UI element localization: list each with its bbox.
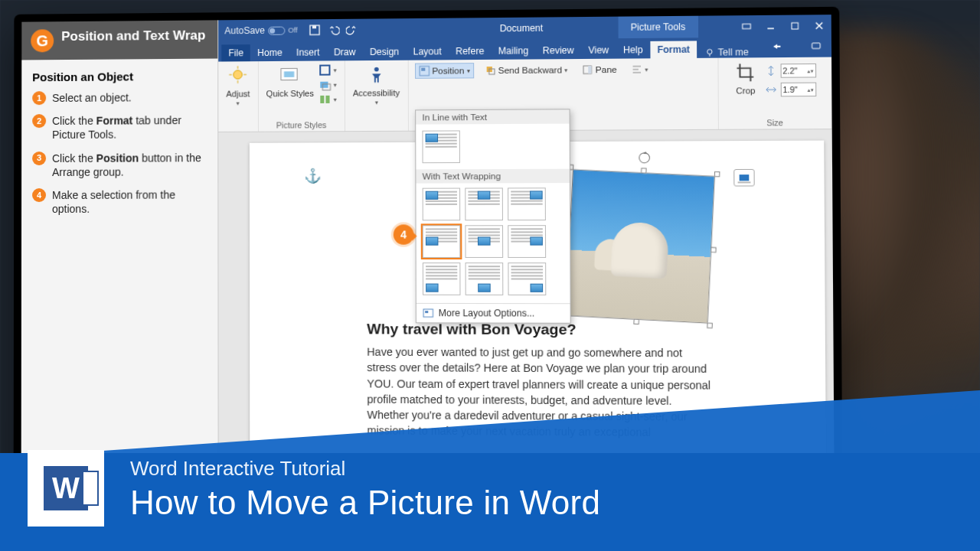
- svg-rect-4: [792, 23, 798, 29]
- picture-border-button[interactable]: ▾: [318, 64, 336, 76]
- position-option-top-right[interactable]: [508, 187, 546, 220]
- tab-layout[interactable]: Layout: [406, 43, 449, 60]
- tab-design[interactable]: Design: [363, 43, 407, 60]
- chevron-down-icon: ▾: [564, 67, 567, 73]
- group-label-picture-styles: Picture Styles: [276, 119, 326, 129]
- crop-icon: [733, 60, 758, 84]
- more-layout-label: More Layout Options...: [439, 308, 535, 319]
- step-text-pre: Click the: [52, 115, 96, 127]
- position-option-middle-right[interactable]: [508, 225, 546, 258]
- svg-rect-26: [588, 66, 591, 73]
- position-button[interactable]: Position ▾: [415, 63, 474, 79]
- svg-point-5: [707, 49, 712, 54]
- resize-handle[interactable]: [714, 171, 720, 178]
- tab-mailings[interactable]: Mailing: [492, 42, 536, 60]
- spinner-icon[interactable]: ▴▾: [807, 87, 813, 91]
- spinner-icon[interactable]: ▴▾: [807, 69, 813, 73]
- tab-insert[interactable]: Insert: [289, 44, 327, 61]
- group-label-size: Size: [766, 116, 783, 127]
- position-option-middle-left[interactable]: [423, 225, 461, 258]
- step-callout-4: 4: [394, 224, 414, 244]
- send-backward-button[interactable]: Send Backward ▾: [482, 62, 571, 78]
- adjust-label: Adjust: [226, 89, 250, 98]
- ribbon-group-picture-styles: Quick Styles ▾ ▾ ▾ Picture Styles: [258, 60, 345, 131]
- step-text: Select an object.: [52, 90, 132, 105]
- maximize-icon[interactable]: [782, 15, 807, 37]
- ribbon-group-adjust: Adjust ▾: [218, 61, 258, 132]
- picture-style-icon: [278, 64, 302, 87]
- crop-label: Crop: [736, 86, 755, 95]
- undo-icon[interactable]: [327, 24, 339, 36]
- position-option-bottom-center[interactable]: [466, 262, 504, 295]
- tutorial-step: 4 Make a selection from the options.: [32, 187, 207, 216]
- position-label: Position: [432, 66, 464, 75]
- ribbon-group-accessibility: Accessibility ▾: [345, 60, 409, 131]
- autosave-toggle[interactable]: AutoSave Off: [218, 24, 303, 36]
- resize-handle[interactable]: [710, 247, 717, 253]
- tab-draw[interactable]: Draw: [327, 44, 363, 61]
- position-option-middle-center[interactable]: [465, 225, 503, 258]
- adjust-button[interactable]: Adjust ▾: [226, 64, 250, 106]
- more-layout-options[interactable]: More Layout Options...: [416, 303, 570, 323]
- share-icon[interactable]: [764, 37, 789, 57]
- picture-layout-button[interactable]: ▾: [318, 93, 336, 106]
- customguide-logo-icon: G: [31, 29, 54, 52]
- selected-picture[interactable]: [560, 165, 720, 328]
- selection-pane-button[interactable]: Pane: [579, 62, 620, 78]
- tutorial-step: 1 Select an object.: [32, 90, 207, 106]
- tab-review[interactable]: Review: [535, 42, 581, 60]
- minimize-icon[interactable]: [759, 15, 783, 37]
- word-logo-tile: W: [44, 466, 88, 510]
- layout-options-button[interactable]: [733, 169, 755, 187]
- tab-references[interactable]: Refere: [449, 43, 492, 60]
- tell-me-label: Tell me: [718, 47, 749, 58]
- position-option-top-left[interactable]: [423, 188, 461, 221]
- step-text: Make a selection from the options.: [52, 187, 207, 216]
- tutorial-header: G Position and Text Wrap: [21, 20, 217, 60]
- width-icon: [764, 83, 777, 96]
- picture-effects-button[interactable]: ▾: [318, 79, 336, 91]
- tab-home[interactable]: Home: [250, 44, 289, 62]
- position-option-inline[interactable]: [422, 130, 460, 163]
- position-option-bottom-left[interactable]: [423, 262, 461, 295]
- height-field[interactable]: 2.2"▴▾: [764, 64, 816, 78]
- svg-rect-16: [320, 82, 328, 88]
- tab-help[interactable]: Help: [616, 41, 651, 59]
- svg-rect-2: [743, 24, 751, 28]
- chevron-down-icon: ▾: [374, 99, 377, 106]
- svg-rect-14: [284, 71, 294, 77]
- position-option-bottom-right[interactable]: [508, 262, 546, 295]
- step-text: Click the Format tab under Picture Tools…: [52, 113, 207, 142]
- height-icon: [764, 64, 777, 77]
- quick-access-toolbar: [304, 24, 364, 37]
- comments-icon[interactable]: [804, 37, 828, 57]
- tell-me-search[interactable]: Tell me: [705, 47, 749, 58]
- picture-style-extras: ▾ ▾ ▾: [318, 64, 337, 106]
- width-field[interactable]: 1.9"▴▾: [764, 83, 816, 97]
- svg-rect-30: [423, 309, 433, 317]
- align-button[interactable]: ▾: [628, 61, 651, 77]
- anchor-icon: ⚓: [304, 168, 321, 184]
- height-value: 2.2": [782, 66, 797, 75]
- save-icon[interactable]: [309, 24, 321, 36]
- close-icon[interactable]: [807, 15, 831, 37]
- tab-format[interactable]: Format: [650, 41, 697, 58]
- position-option-top-center[interactable]: [465, 187, 503, 220]
- ribbon-display-icon[interactable]: [734, 15, 759, 37]
- accessibility-button[interactable]: Accessibility ▾: [353, 64, 400, 106]
- accessibility-icon: [364, 64, 388, 87]
- tab-file[interactable]: File: [221, 44, 250, 61]
- brightness-icon: [227, 64, 250, 87]
- resize-handle[interactable]: [641, 168, 647, 173]
- resize-handle[interactable]: [707, 323, 713, 329]
- crop-button[interactable]: Crop: [733, 60, 758, 95]
- quick-styles-button[interactable]: Quick Styles: [266, 64, 314, 99]
- tab-view[interactable]: View: [581, 41, 616, 59]
- resize-handle[interactable]: [633, 319, 639, 325]
- step-number-icon: 3: [32, 152, 46, 165]
- word-logo: W: [28, 450, 104, 527]
- step-text: Click the Position button in the Arrange…: [52, 151, 207, 179]
- redo-icon[interactable]: [346, 24, 358, 36]
- svg-point-8: [234, 70, 242, 79]
- step-text-pre: Click the: [52, 152, 96, 164]
